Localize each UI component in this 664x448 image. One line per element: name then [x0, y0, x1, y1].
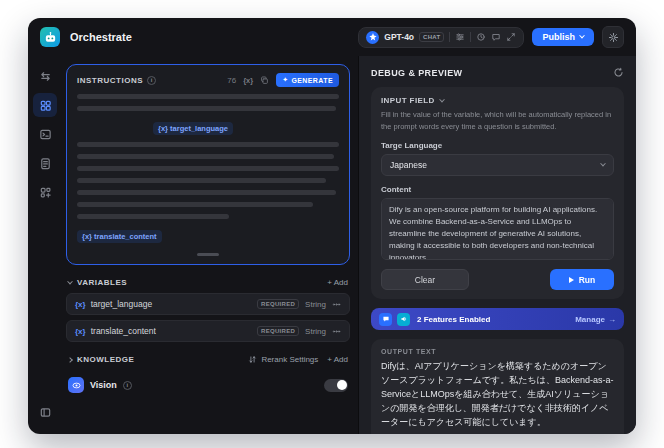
add-variable-button[interactable]: + Add [327, 278, 348, 287]
history-icon[interactable] [476, 32, 486, 42]
char-count: 76 [227, 76, 236, 85]
orchestrate-panel: INSTRUCTIONS i 76 {x} ✦ GENERATE [62, 56, 358, 434]
run-button[interactable]: Run [550, 269, 614, 290]
chevron-right-icon[interactable] [67, 357, 73, 363]
skeleton-line [77, 154, 334, 159]
top-bar: Orchestrate GPT-4o CHAT [28, 18, 636, 56]
text-to-speech-icon [397, 313, 410, 326]
instructions-actions: 76 {x} ✦ GENERATE [227, 73, 339, 87]
resize-handle[interactable] [197, 253, 219, 256]
chevron-down-icon [600, 161, 606, 167]
instructions-header: INSTRUCTIONS i 76 {x} ✦ GENERATE [77, 73, 339, 87]
rerank-settings-button[interactable]: Rerank Settings [248, 355, 318, 364]
required-badge: REQUIRED [257, 326, 299, 336]
target-language-select[interactable]: Japanese [381, 154, 614, 176]
debug-preview-panel: DEBUG & PREVIEW INPUT FIELD Fill in the … [358, 56, 636, 434]
sidebar-item-back[interactable] [33, 64, 57, 88]
copy-icon[interactable] [260, 76, 269, 85]
output-card: OUTPUT TEXT Difyは、AIアプリケーションを構築するためのオープン… [371, 339, 624, 434]
skeleton-line [77, 106, 336, 111]
variable-settings-icon[interactable] [332, 327, 341, 336]
chevron-down-icon [579, 33, 585, 39]
debug-header: DEBUG & PREVIEW [371, 67, 624, 78]
collapse-sidebar-icon [39, 406, 52, 419]
restart-button[interactable] [613, 67, 624, 78]
rerank-label: Rerank Settings [261, 355, 318, 364]
variable-row-translate-content[interactable]: {x} translate_content REQUIRED String [66, 320, 350, 342]
content-label: Content [381, 185, 614, 194]
clear-button[interactable]: Clear [381, 269, 469, 290]
play-icon [569, 277, 574, 283]
run-label: Run [579, 275, 596, 285]
variable-insert-icon[interactable]: {x} [243, 76, 253, 85]
arrow-right-icon: → [608, 315, 616, 324]
variable-type-icon: {x} [75, 300, 86, 309]
content-textarea[interactable]: Dify is an open-source platform for buil… [381, 198, 614, 260]
prompt-variable-row: {x} target_language [77, 117, 339, 135]
variable-name: target_language [91, 299, 152, 309]
app-logo-icon [40, 27, 60, 47]
grid-icon [39, 99, 52, 112]
features-bar[interactable]: 2 Features Enabled Manage → [371, 308, 624, 330]
gear-icon [608, 32, 619, 43]
variables-title: VARIABLES [77, 278, 127, 287]
instructions-panel: INSTRUCTIONS i 76 {x} ✦ GENERATE [66, 64, 350, 265]
variable-settings-icon[interactable] [332, 300, 341, 309]
refresh-icon [613, 67, 624, 78]
chevron-down-icon[interactable] [67, 278, 73, 284]
knowledge-title: KNOWLEDGE [77, 355, 134, 364]
debug-title: DEBUG & PREVIEW [371, 68, 463, 78]
required-badge: REQUIRED [257, 299, 299, 309]
vision-toggle[interactable] [324, 379, 348, 392]
skeleton-line [77, 166, 339, 171]
generate-button[interactable]: ✦ GENERATE [276, 73, 339, 87]
file-text-icon [39, 157, 52, 170]
manage-features-button[interactable]: Manage → [575, 315, 616, 324]
generate-label: GENERATE [291, 77, 333, 84]
conversation-icon[interactable] [491, 32, 501, 42]
skeleton-line [77, 94, 339, 99]
model-selector[interactable]: GPT-4o CHAT [358, 27, 524, 48]
input-field-header[interactable]: INPUT FIELD [381, 96, 614, 105]
knowledge-section-header: KNOWLEDGE Rerank Settings + Add [68, 355, 348, 364]
sidebar-item-extensions[interactable] [33, 180, 57, 204]
publish-label: Publish [542, 32, 575, 42]
variable-row-target-language[interactable]: {x} target_language REQUIRED String [66, 293, 350, 315]
publish-button[interactable]: Publish [532, 28, 594, 46]
skeleton-line [77, 190, 336, 195]
conversation-opener-icon [379, 313, 392, 326]
rerank-icon [248, 355, 257, 364]
blocks-icon [39, 186, 52, 199]
skeleton-line [77, 202, 313, 207]
variable-type-label: String [305, 327, 326, 336]
input-field-card: INPUT FIELD Fill in the value of the var… [371, 87, 624, 299]
model-params-icon[interactable] [455, 32, 465, 42]
model-name: GPT-4o [384, 32, 414, 42]
app-window: Orchestrate GPT-4o CHAT [28, 18, 636, 434]
input-field-title: INPUT FIELD [381, 96, 435, 105]
vision-feature-row: Vision i [68, 377, 348, 393]
manage-label: Manage [575, 315, 605, 324]
model-mode-badge: CHAT [419, 32, 444, 42]
settings-button[interactable] [602, 26, 624, 48]
sidebar-item-orchestrate[interactable] [33, 93, 57, 117]
debug-actions-row: Clear Run [381, 269, 614, 290]
output-title: OUTPUT TEXT [381, 348, 614, 355]
vision-label: Vision [90, 380, 117, 390]
skeleton-line [77, 214, 229, 219]
terminal-icon [39, 128, 52, 141]
skeleton-line [77, 178, 326, 183]
variable-chip-target-language[interactable]: {x} target_language [153, 122, 233, 135]
sparkle-icon: ✦ [282, 76, 288, 84]
sidebar-item-api[interactable] [33, 122, 57, 146]
collapse-sidebar-button[interactable] [33, 400, 57, 424]
exchange-icon [39, 70, 52, 83]
target-language-value: Japanese [390, 160, 427, 170]
variable-chip-translate-content[interactable]: {x} translate_content [77, 230, 162, 243]
vision-icon [68, 377, 84, 393]
sidebar-item-logs[interactable] [33, 151, 57, 175]
add-knowledge-button[interactable]: + Add [327, 355, 348, 364]
maximize-icon[interactable] [506, 32, 516, 42]
page-title: Orchestrate [70, 31, 132, 43]
output-text: Difyは、AIアプリケーションを構築するためのオープンソースプラットフォームで… [381, 360, 614, 430]
